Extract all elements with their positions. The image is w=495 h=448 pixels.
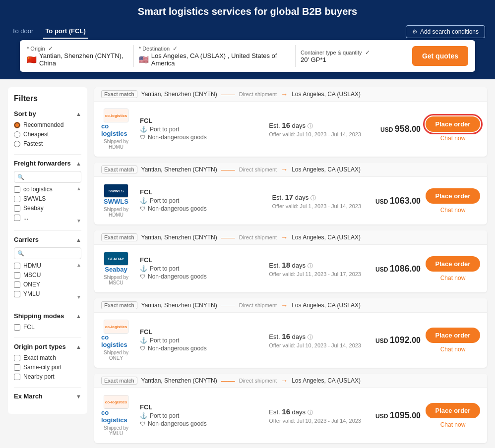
ff-seabay-checkbox[interactable] — [14, 205, 20, 212]
port-same-city[interactable]: Same-city port — [14, 364, 81, 371]
port-same-city-checkbox[interactable] — [14, 364, 20, 371]
tab-row: To door To port (FCL) ⚙ Add search condi… — [10, 22, 485, 41]
port-exact-match[interactable]: Exact match — [14, 354, 81, 361]
shield-icon-2: 🛡 — [140, 206, 145, 212]
freight-forwarders-input[interactable] — [26, 173, 78, 180]
info-icon-5[interactable]: ⓘ — [308, 409, 313, 415]
sort-by-header[interactable]: Sort by ▲ — [14, 110, 81, 117]
match-badge-4: Exact match — [101, 301, 137, 309]
chat-now-link-2[interactable]: Chat now — [440, 207, 466, 214]
carrier-oney-checkbox[interactable] — [14, 281, 20, 288]
est-days-col-2: Est. 17 days ⓘ Offer valid: Jul 1, 2023 … — [272, 193, 361, 209]
carriers-search[interactable]: 🔍 — [14, 247, 81, 259]
est-days-col-1: Est. 16 days ⓘ Offer valid: Jul 10, 2023… — [269, 121, 361, 137]
forwarder-name-4[interactable]: co logistics — [101, 334, 131, 348]
carrier-mscu[interactable]: MSCU — [14, 272, 81, 279]
carriers-header[interactable]: Carriers ▲ — [14, 236, 81, 243]
anchor-icon-4: ⚓ — [140, 337, 147, 344]
ff-co-logistics[interactable]: co logistics — [14, 186, 81, 193]
est-days-value-2: 17 — [285, 193, 293, 201]
chat-now-link-5[interactable]: Chat now — [440, 421, 466, 428]
carrier-hdmu[interactable]: HDMU — [14, 262, 81, 269]
mode-fcl-checkbox[interactable] — [14, 324, 20, 331]
info-icon-1[interactable]: ⓘ — [308, 123, 313, 129]
origin-port-types-header[interactable]: Origin port types ▲ — [14, 343, 81, 350]
destination-field[interactable]: * Destination ✓ 🇺🇸 Los Angeles, CA (USLA… — [139, 45, 296, 67]
route-card-5: Exact match Yantian, Shenzhen (CNYTN) ——… — [94, 374, 487, 443]
forwarder-name-3[interactable]: Seabay — [105, 266, 127, 273]
ex-march-header[interactable]: Ex March ▼ — [14, 392, 81, 400]
carrier-mscu-checkbox[interactable] — [14, 272, 20, 279]
chat-now-link-1[interactable]: Chat now — [440, 135, 466, 142]
carrier-ymlu-checkbox[interactable] — [14, 291, 20, 297]
chat-now-link-4[interactable]: Chat now — [440, 346, 466, 353]
origin-field[interactable]: * Origin ✓ 🇨🇳 Yantian, Shenzhen (CNYTN),… — [27, 45, 134, 67]
sort-fastest-radio[interactable] — [14, 141, 20, 147]
port-exact-match-checkbox[interactable] — [14, 355, 20, 361]
carrier-hdmu-checkbox[interactable] — [14, 263, 20, 269]
anchor-icon-1: ⚓ — [140, 126, 147, 133]
tab-to-door[interactable]: To door — [10, 24, 35, 39]
non-dangerous-4: 🛡 Non-dangerous goods — [140, 345, 264, 352]
sort-cheapest[interactable]: Cheapest — [14, 131, 81, 138]
ff-co-logistics-checkbox[interactable] — [14, 186, 20, 193]
est-days-col-4: Est. 16 days ⓘ Offer valid: Jul 10, 2023… — [269, 332, 361, 348]
sort-recommended[interactable]: Recommended — [14, 121, 81, 128]
sort-fastest[interactable]: Fastest — [14, 140, 81, 147]
get-quotes-button[interactable]: Get quotes — [412, 46, 468, 66]
ff-seabay[interactable]: Seabay — [14, 205, 81, 212]
ff-swwls[interactable]: SWWLS — [14, 195, 81, 202]
service-type-3: FCL — [140, 256, 264, 264]
ff-more-checkbox[interactable] — [14, 215, 20, 221]
price-decimal-1: .00 — [410, 125, 421, 133]
port-nearby-checkbox[interactable] — [14, 374, 20, 380]
route-type-3: Direct shipment — [239, 234, 277, 240]
freight-forwarders-list: ▲ co logistics SWWLS Seabay ... ▼ — [14, 186, 81, 224]
forwarder-name-5[interactable]: co logistics — [101, 409, 131, 424]
place-order-button-3[interactable]: Place order — [426, 256, 480, 272]
search-bar: * Origin ✓ 🇨🇳 Yantian, Shenzhen (CNYTN),… — [20, 40, 475, 72]
route-arrow-icon-2: → — [281, 166, 288, 173]
carrier-ymlu[interactable]: YMLU — [14, 290, 81, 297]
carriers-scroll-up-icon[interactable]: ▲ — [76, 262, 81, 268]
forwarder-name-2[interactable]: SWWLS — [104, 198, 128, 205]
freight-forwarders-header[interactable]: Freight forwarders ▲ — [14, 160, 81, 167]
container-field[interactable]: Container type & quantity ✓ 20' GP*1 — [301, 49, 407, 63]
mode-fcl[interactable]: FCL — [14, 324, 81, 331]
shipping-modes-header[interactable]: Shipping modes ▲ — [14, 312, 81, 320]
price-currency-5: USD — [375, 413, 390, 420]
ff-swwls-checkbox[interactable] — [14, 196, 20, 202]
info-icon-3[interactable]: ⓘ — [308, 263, 313, 269]
price-amount-3: 1086 — [390, 264, 410, 274]
place-order-button-5[interactable]: Place order — [426, 403, 480, 418]
non-dangerous-1: 🛡 Non-dangerous goods — [140, 134, 264, 141]
info-icon-4[interactable]: ⓘ — [308, 334, 313, 340]
carriers-scroll-down-icon[interactable]: ▼ — [76, 294, 81, 300]
route-body-2: SWWLS SWWLS Shipped by HDMU FCL ⚓ Port t… — [94, 177, 487, 224]
sort-cheapest-radio[interactable] — [14, 131, 20, 138]
anchor-icon-5: ⚓ — [140, 412, 147, 419]
add-search-conditions-button[interactable]: ⚙ Add search conditions — [406, 25, 485, 38]
service-info-5: FCL ⚓ Port to port 🛡 Non-dangerous goods — [140, 403, 264, 428]
place-order-button-4[interactable]: Place order — [426, 328, 480, 343]
place-order-button-1[interactable]: Place order — [426, 116, 480, 132]
chat-now-link-3[interactable]: Chat now — [440, 275, 466, 281]
info-icon-2[interactable]: ⓘ — [310, 195, 316, 201]
scroll-down-icon[interactable]: ▼ — [76, 218, 81, 224]
carriers-list: ▲ HDMU MSCU ONEY YMLU ▼ — [14, 262, 81, 300]
scroll-up-icon[interactable]: ▲ — [76, 186, 81, 191]
port-nearby[interactable]: Nearby port — [14, 373, 81, 380]
page-title: Smart logistics services for global B2B … — [10, 6, 485, 22]
tab-to-port-fcl[interactable]: To port (FCL) — [43, 24, 87, 39]
sort-recommended-radio[interactable] — [14, 122, 20, 128]
offer-valid-5: Offer valid: Jul 10, 2023 - Jul 14, 2023 — [269, 418, 361, 424]
destination-label: * Destination ✓ — [139, 45, 288, 52]
freight-forwarders-search[interactable]: 🔍 — [14, 171, 81, 183]
forwarder-name-1[interactable]: co logistics — [101, 122, 131, 137]
est-label-3: Est. 18 days ⓘ — [269, 261, 361, 270]
place-order-button-2[interactable]: Place order — [426, 188, 480, 204]
carriers-input[interactable] — [26, 250, 78, 257]
carrier-oney[interactable]: ONEY — [14, 281, 81, 288]
ff-more[interactable]: ... — [14, 214, 81, 221]
route-destination-2: Los Angeles, CA (USLAX) — [292, 166, 361, 173]
